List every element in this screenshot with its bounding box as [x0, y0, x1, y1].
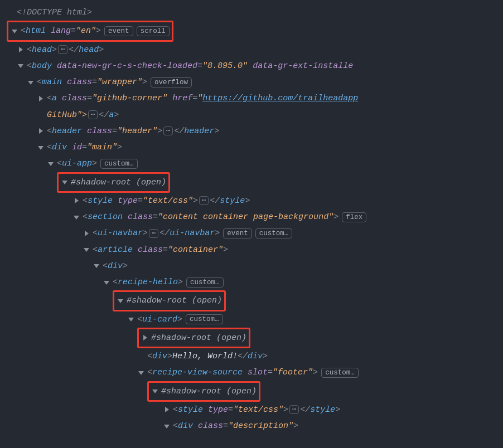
expand-arrow-icon[interactable]: [103, 279, 110, 286]
doctype-text: <!DOCTYPE html>: [17, 4, 92, 21]
ellipsis-icon[interactable]: ⋯: [88, 110, 98, 119]
head-element-line[interactable]: <head>⋯</head>: [7, 42, 503, 58]
svg-marker-10: [74, 216, 79, 220]
ellipsis-icon[interactable]: ⋯: [58, 45, 67, 54]
svg-marker-4: [39, 96, 43, 101]
style-element-line[interactable]: <style type="text/css">⋯</style>: [7, 402, 503, 418]
div-main-line[interactable]: <div id="main">: [7, 139, 503, 155]
svg-marker-8: [62, 181, 67, 184]
expand-arrow-icon[interactable]: [17, 62, 25, 70]
ellipsis-icon[interactable]: ⋯: [199, 196, 209, 205]
ellipsis-icon[interactable]: ⋯: [149, 229, 158, 238]
svg-marker-12: [84, 248, 89, 252]
svg-marker-18: [138, 371, 144, 375]
svg-marker-2: [18, 64, 23, 68]
event-badge[interactable]: event: [104, 26, 133, 36]
shadow-root-label: #shadow-root (open): [71, 174, 166, 191]
div-element-line[interactable]: <div>: [7, 258, 503, 274]
expand-arrow-icon[interactable]: [163, 422, 171, 430]
ui-card-line[interactable]: <ui-card> custom…: [7, 311, 503, 328]
svg-marker-19: [152, 389, 158, 393]
collapse-arrow-icon[interactable]: [17, 46, 25, 53]
recipe-hello-line[interactable]: <recipe-hello> custom…: [7, 274, 503, 290]
elements-panel: <!DOCTYPE html> <html lang="en"> event s…: [0, 0, 503, 439]
expand-arrow-icon[interactable]: [137, 369, 145, 377]
expand-arrow-icon[interactable]: [83, 246, 90, 254]
collapse-arrow-icon[interactable]: [163, 406, 171, 413]
svg-marker-16: [128, 318, 134, 322]
highlight-box: <html lang="en"> event scroll: [7, 21, 173, 41]
a-element-line[interactable]: <a class="github-corner" href="https://g…: [7, 90, 503, 106]
svg-marker-0: [12, 30, 17, 33]
collapse-arrow-icon[interactable]: [72, 197, 80, 204]
body-element-line[interactable]: <body data-new-gr-c-s-check-loaded="8.89…: [7, 58, 503, 74]
svg-marker-5: [39, 128, 43, 134]
overflow-badge[interactable]: overflow: [151, 77, 192, 87]
custom-badge[interactable]: custom…: [100, 159, 138, 169]
svg-marker-21: [164, 425, 170, 428]
shadow-root-line[interactable]: #shadow-root (open): [7, 172, 503, 193]
svg-marker-9: [75, 198, 79, 203]
attr-value: "en": [76, 23, 96, 39]
expand-arrow-icon[interactable]: [47, 160, 55, 168]
collapse-arrow-icon[interactable]: [141, 334, 149, 342]
expand-arrow-icon[interactable]: [61, 178, 69, 186]
svg-marker-20: [165, 407, 169, 412]
expand-arrow-icon[interactable]: [27, 79, 35, 86]
section-element-line[interactable]: <section class="content container page-b…: [7, 209, 503, 225]
shadow-root-label: #shadow-root (open): [127, 293, 222, 309]
svg-marker-11: [85, 231, 89, 236]
svg-marker-3: [28, 81, 33, 85]
scroll-badge[interactable]: scroll: [137, 26, 170, 36]
doctype-line[interactable]: <!DOCTYPE html>: [7, 4, 503, 21]
svg-marker-6: [38, 146, 43, 150]
highlight-box: #shadow-root (open): [147, 381, 260, 402]
expand-arrow-icon[interactable]: [37, 144, 45, 152]
shadow-root-line[interactable]: #shadow-root (open): [7, 328, 503, 348]
style-element-line[interactable]: <style type="text/css">⋯</style>: [7, 193, 503, 209]
ui-navbar-line[interactable]: <ui-navbar>⋯</ui-navbar> event custom…: [7, 225, 503, 241]
custom-badge[interactable]: custom…: [321, 368, 359, 378]
shadow-root-label: #shadow-root (open): [151, 330, 246, 346]
custom-badge[interactable]: custom…: [186, 277, 224, 288]
highlight-box: #shadow-root (open): [113, 290, 226, 311]
highlight-box: #shadow-root (open): [137, 328, 250, 348]
main-element-line[interactable]: <main class="wrapper"> overflow: [7, 74, 503, 90]
collapse-arrow-icon[interactable]: [37, 127, 45, 135]
expand-arrow-icon[interactable]: [127, 315, 135, 323]
article-element-line[interactable]: <article class="container">: [7, 242, 503, 258]
text-node: Hello, World!: [172, 348, 238, 364]
href-link[interactable]: https://github.com/trailheadapp: [202, 94, 358, 103]
expand-arrow-icon[interactable]: [11, 27, 18, 35]
attr-name: lang: [51, 23, 71, 39]
expand-arrow-icon[interactable]: [151, 387, 159, 395]
custom-badge[interactable]: custom…: [186, 314, 223, 324]
header-element-line[interactable]: <header class="header">⋯</header>: [7, 123, 503, 139]
svg-marker-15: [118, 299, 123, 303]
div-hello-line[interactable]: <div>Hello, World!</div>: [7, 348, 503, 364]
expand-arrow-icon[interactable]: [72, 213, 80, 221]
svg-marker-1: [19, 47, 23, 52]
a-element-line-2[interactable]: GitHub">⋯</a>: [7, 107, 503, 123]
tag-name: html: [26, 23, 46, 39]
custom-badge[interactable]: custom…: [255, 228, 293, 238]
ui-app-line[interactable]: <ui-app> custom…: [7, 155, 503, 172]
expand-arrow-icon[interactable]: [93, 262, 100, 270]
html-element-line[interactable]: <html lang="en"> event scroll: [7, 21, 503, 41]
shadow-root-line[interactable]: #shadow-root (open): [7, 381, 503, 402]
div-description-line[interactable]: <div class="description">: [7, 418, 503, 434]
svg-marker-14: [104, 281, 109, 285]
ellipsis-icon[interactable]: ⋯: [163, 126, 173, 135]
flex-badge[interactable]: flex: [342, 212, 366, 222]
svg-marker-7: [48, 162, 54, 166]
expand-arrow-icon[interactable]: [117, 297, 124, 305]
svg-marker-17: [143, 335, 147, 340]
collapse-arrow-icon[interactable]: [37, 95, 45, 103]
recipe-view-source-line[interactable]: <recipe-view-source slot="footer"> custo…: [7, 364, 503, 381]
svg-marker-13: [94, 264, 99, 268]
collapse-arrow-icon[interactable]: [83, 230, 90, 237]
event-badge[interactable]: event: [223, 228, 252, 238]
ellipsis-icon[interactable]: ⋯: [289, 405, 299, 414]
shadow-root-line[interactable]: #shadow-root (open): [7, 290, 503, 311]
highlight-box: #shadow-root (open): [57, 172, 170, 193]
